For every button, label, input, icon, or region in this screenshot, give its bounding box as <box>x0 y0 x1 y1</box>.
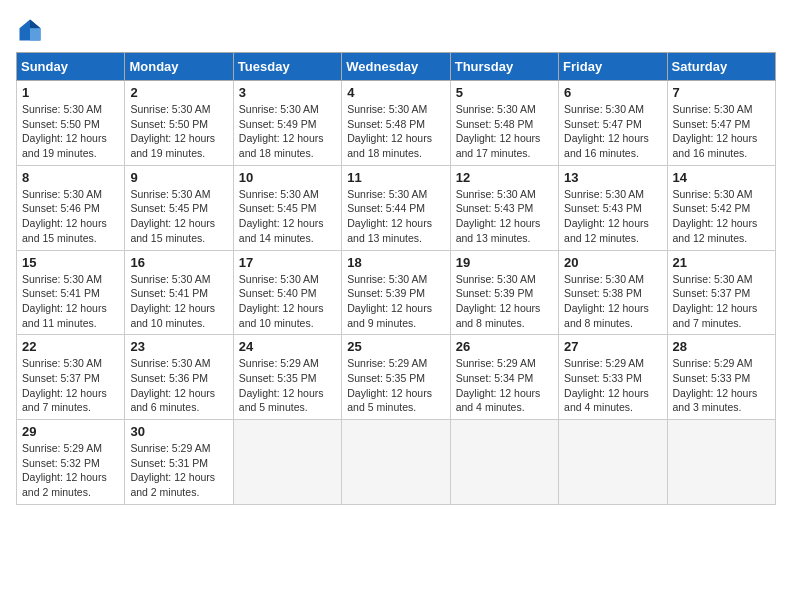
day-number: 5 <box>456 85 553 100</box>
calendar-cell: 2Sunrise: 5:30 AM Sunset: 5:50 PM Daylig… <box>125 81 233 166</box>
calendar-cell: 24Sunrise: 5:29 AM Sunset: 5:35 PM Dayli… <box>233 335 341 420</box>
day-detail: Sunrise: 5:30 AM Sunset: 5:40 PM Dayligh… <box>239 272 336 331</box>
day-number: 15 <box>22 255 119 270</box>
day-number: 21 <box>673 255 770 270</box>
day-detail: Sunrise: 5:29 AM Sunset: 5:32 PM Dayligh… <box>22 441 119 500</box>
day-number: 24 <box>239 339 336 354</box>
day-detail: Sunrise: 5:30 AM Sunset: 5:50 PM Dayligh… <box>22 102 119 161</box>
day-detail: Sunrise: 5:30 AM Sunset: 5:44 PM Dayligh… <box>347 187 444 246</box>
day-detail: Sunrise: 5:30 AM Sunset: 5:39 PM Dayligh… <box>456 272 553 331</box>
day-number: 26 <box>456 339 553 354</box>
day-detail: Sunrise: 5:30 AM Sunset: 5:43 PM Dayligh… <box>564 187 661 246</box>
header-day-tuesday: Tuesday <box>233 53 341 81</box>
calendar-cell: 5Sunrise: 5:30 AM Sunset: 5:48 PM Daylig… <box>450 81 558 166</box>
day-number: 9 <box>130 170 227 185</box>
day-detail: Sunrise: 5:29 AM Sunset: 5:35 PM Dayligh… <box>347 356 444 415</box>
day-detail: Sunrise: 5:30 AM Sunset: 5:36 PM Dayligh… <box>130 356 227 415</box>
calendar-cell: 7Sunrise: 5:30 AM Sunset: 5:47 PM Daylig… <box>667 81 775 166</box>
calendar-cell: 15Sunrise: 5:30 AM Sunset: 5:41 PM Dayli… <box>17 250 125 335</box>
day-number: 14 <box>673 170 770 185</box>
calendar-cell <box>450 420 558 505</box>
day-detail: Sunrise: 5:30 AM Sunset: 5:47 PM Dayligh… <box>673 102 770 161</box>
day-detail: Sunrise: 5:30 AM Sunset: 5:46 PM Dayligh… <box>22 187 119 246</box>
header-day-sunday: Sunday <box>17 53 125 81</box>
calendar-cell: 23Sunrise: 5:30 AM Sunset: 5:36 PM Dayli… <box>125 335 233 420</box>
day-number: 22 <box>22 339 119 354</box>
calendar-cell: 6Sunrise: 5:30 AM Sunset: 5:47 PM Daylig… <box>559 81 667 166</box>
calendar-cell <box>667 420 775 505</box>
day-number: 17 <box>239 255 336 270</box>
day-number: 25 <box>347 339 444 354</box>
calendar-table: SundayMondayTuesdayWednesdayThursdayFrid… <box>16 52 776 505</box>
calendar-cell: 19Sunrise: 5:30 AM Sunset: 5:39 PM Dayli… <box>450 250 558 335</box>
calendar-cell: 12Sunrise: 5:30 AM Sunset: 5:43 PM Dayli… <box>450 165 558 250</box>
calendar-body: 1Sunrise: 5:30 AM Sunset: 5:50 PM Daylig… <box>17 81 776 505</box>
calendar-cell: 22Sunrise: 5:30 AM Sunset: 5:37 PM Dayli… <box>17 335 125 420</box>
day-number: 29 <box>22 424 119 439</box>
day-number: 27 <box>564 339 661 354</box>
calendar-cell: 25Sunrise: 5:29 AM Sunset: 5:35 PM Dayli… <box>342 335 450 420</box>
day-number: 20 <box>564 255 661 270</box>
calendar-cell: 4Sunrise: 5:30 AM Sunset: 5:48 PM Daylig… <box>342 81 450 166</box>
header-day-thursday: Thursday <box>450 53 558 81</box>
calendar-cell: 11Sunrise: 5:30 AM Sunset: 5:44 PM Dayli… <box>342 165 450 250</box>
header-day-friday: Friday <box>559 53 667 81</box>
logo-icon <box>16 16 44 44</box>
day-number: 8 <box>22 170 119 185</box>
svg-marker-2 <box>30 28 41 40</box>
day-detail: Sunrise: 5:29 AM Sunset: 5:35 PM Dayligh… <box>239 356 336 415</box>
calendar-cell: 8Sunrise: 5:30 AM Sunset: 5:46 PM Daylig… <box>17 165 125 250</box>
logo <box>16 16 48 44</box>
day-detail: Sunrise: 5:30 AM Sunset: 5:47 PM Dayligh… <box>564 102 661 161</box>
calendar-cell: 28Sunrise: 5:29 AM Sunset: 5:33 PM Dayli… <box>667 335 775 420</box>
calendar-header: SundayMondayTuesdayWednesdayThursdayFrid… <box>17 53 776 81</box>
day-detail: Sunrise: 5:30 AM Sunset: 5:37 PM Dayligh… <box>22 356 119 415</box>
day-number: 19 <box>456 255 553 270</box>
day-detail: Sunrise: 5:30 AM Sunset: 5:38 PM Dayligh… <box>564 272 661 331</box>
day-number: 10 <box>239 170 336 185</box>
day-detail: Sunrise: 5:30 AM Sunset: 5:49 PM Dayligh… <box>239 102 336 161</box>
day-number: 3 <box>239 85 336 100</box>
day-detail: Sunrise: 5:30 AM Sunset: 5:45 PM Dayligh… <box>239 187 336 246</box>
day-detail: Sunrise: 5:29 AM Sunset: 5:33 PM Dayligh… <box>673 356 770 415</box>
calendar-cell: 3Sunrise: 5:30 AM Sunset: 5:49 PM Daylig… <box>233 81 341 166</box>
day-detail: Sunrise: 5:30 AM Sunset: 5:42 PM Dayligh… <box>673 187 770 246</box>
calendar-cell: 13Sunrise: 5:30 AM Sunset: 5:43 PM Dayli… <box>559 165 667 250</box>
day-number: 2 <box>130 85 227 100</box>
week-row-4: 22Sunrise: 5:30 AM Sunset: 5:37 PM Dayli… <box>17 335 776 420</box>
day-detail: Sunrise: 5:30 AM Sunset: 5:39 PM Dayligh… <box>347 272 444 331</box>
calendar-cell: 21Sunrise: 5:30 AM Sunset: 5:37 PM Dayli… <box>667 250 775 335</box>
day-detail: Sunrise: 5:30 AM Sunset: 5:41 PM Dayligh… <box>22 272 119 331</box>
week-row-3: 15Sunrise: 5:30 AM Sunset: 5:41 PM Dayli… <box>17 250 776 335</box>
day-detail: Sunrise: 5:30 AM Sunset: 5:43 PM Dayligh… <box>456 187 553 246</box>
day-detail: Sunrise: 5:29 AM Sunset: 5:33 PM Dayligh… <box>564 356 661 415</box>
calendar-cell: 17Sunrise: 5:30 AM Sunset: 5:40 PM Dayli… <box>233 250 341 335</box>
day-detail: Sunrise: 5:29 AM Sunset: 5:31 PM Dayligh… <box>130 441 227 500</box>
day-number: 4 <box>347 85 444 100</box>
calendar-cell: 29Sunrise: 5:29 AM Sunset: 5:32 PM Dayli… <box>17 420 125 505</box>
calendar-cell: 20Sunrise: 5:30 AM Sunset: 5:38 PM Dayli… <box>559 250 667 335</box>
calendar-cell <box>233 420 341 505</box>
page-header <box>16 16 776 44</box>
week-row-1: 1Sunrise: 5:30 AM Sunset: 5:50 PM Daylig… <box>17 81 776 166</box>
svg-marker-1 <box>30 20 41 29</box>
day-number: 28 <box>673 339 770 354</box>
calendar-cell <box>342 420 450 505</box>
calendar-cell: 18Sunrise: 5:30 AM Sunset: 5:39 PM Dayli… <box>342 250 450 335</box>
calendar-cell: 1Sunrise: 5:30 AM Sunset: 5:50 PM Daylig… <box>17 81 125 166</box>
week-row-5: 29Sunrise: 5:29 AM Sunset: 5:32 PM Dayli… <box>17 420 776 505</box>
day-number: 1 <box>22 85 119 100</box>
calendar-cell: 14Sunrise: 5:30 AM Sunset: 5:42 PM Dayli… <box>667 165 775 250</box>
calendar-cell: 10Sunrise: 5:30 AM Sunset: 5:45 PM Dayli… <box>233 165 341 250</box>
day-number: 11 <box>347 170 444 185</box>
header-day-wednesday: Wednesday <box>342 53 450 81</box>
day-number: 30 <box>130 424 227 439</box>
day-detail: Sunrise: 5:30 AM Sunset: 5:48 PM Dayligh… <box>456 102 553 161</box>
day-number: 13 <box>564 170 661 185</box>
calendar-cell: 26Sunrise: 5:29 AM Sunset: 5:34 PM Dayli… <box>450 335 558 420</box>
day-number: 23 <box>130 339 227 354</box>
header-day-monday: Monday <box>125 53 233 81</box>
calendar-cell: 16Sunrise: 5:30 AM Sunset: 5:41 PM Dayli… <box>125 250 233 335</box>
day-detail: Sunrise: 5:30 AM Sunset: 5:48 PM Dayligh… <box>347 102 444 161</box>
day-number: 12 <box>456 170 553 185</box>
